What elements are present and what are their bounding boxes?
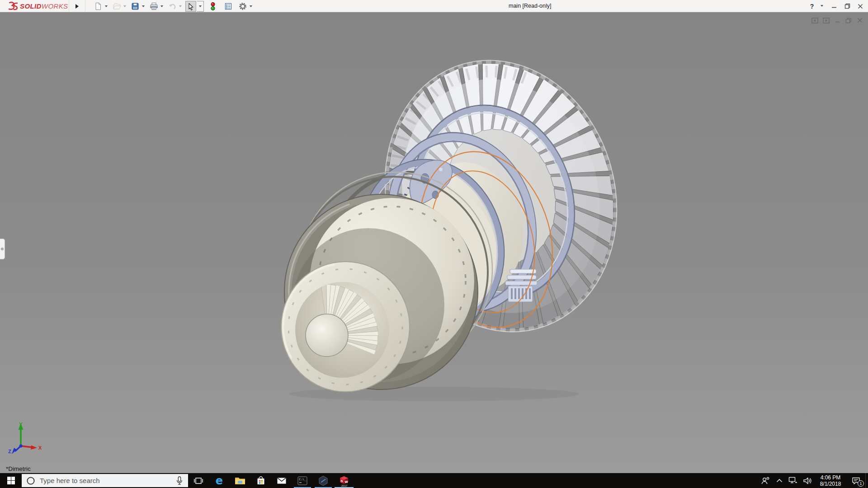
save-dropdown[interactable] <box>142 5 145 9</box>
open-dropdown[interactable] <box>123 5 126 9</box>
rebuild-traffic-light-icon <box>209 2 217 11</box>
minimize-button[interactable] <box>829 1 839 11</box>
task-view-icon <box>194 477 203 485</box>
chevron-up-icon <box>776 479 783 483</box>
main-toolbar <box>93 0 255 12</box>
options-button[interactable] <box>237 1 248 12</box>
windows-taskbar: Type here to search e <box>0 473 868 488</box>
notification-badge: 1 <box>858 480 864 487</box>
store-icon <box>256 476 266 486</box>
mail-icon <box>277 477 287 485</box>
separator <box>85 0 85 12</box>
gear-icon <box>238 2 247 11</box>
taskbar-solidworks-button[interactable]: S W 2017 <box>334 473 354 488</box>
doc-close-icon[interactable] <box>856 17 863 24</box>
windows-logo-icon <box>7 477 15 484</box>
open-icon <box>113 2 121 10</box>
file-properties-icon <box>224 2 232 10</box>
solidworks-logo: SOLIDWORKS <box>3 0 72 12</box>
minimize-icon <box>831 4 837 9</box>
solidworks-2017-icon: S W 2017 <box>338 475 350 487</box>
triad-z-label: Z <box>8 449 11 454</box>
taskbar-store-button[interactable] <box>250 473 271 488</box>
ds-logo-icon <box>6 1 18 11</box>
select-cursor-icon <box>187 2 195 10</box>
engine-model[interactable] <box>0 12 868 473</box>
search-placeholder: Type here to search <box>40 477 171 484</box>
svg-text:2017: 2017 <box>341 484 348 487</box>
undo-button[interactable] <box>167 1 178 12</box>
action-center-button[interactable]: 1 <box>846 473 865 488</box>
volume-button[interactable] <box>800 473 815 488</box>
command-prompt-icon: C:\_ <box>297 476 307 485</box>
plug-tip-dome <box>306 314 348 357</box>
close-button[interactable] <box>855 1 865 11</box>
people-button[interactable] <box>758 473 773 488</box>
help-button[interactable]: ? <box>807 1 817 11</box>
restore-icon <box>844 3 850 9</box>
select-dropdown[interactable] <box>197 1 204 12</box>
window-title: main [Read-only] <box>509 0 552 12</box>
open-button[interactable] <box>111 1 122 12</box>
taskbar-command-prompt-button[interactable]: C:\_ <box>292 473 313 488</box>
start-button[interactable] <box>0 473 22 488</box>
options-dropdown[interactable] <box>250 5 252 9</box>
graphics-area[interactable]: Y X Z *Dimetric <box>0 12 868 473</box>
print-button[interactable] <box>148 1 159 12</box>
select-tool-button[interactable] <box>185 1 196 12</box>
clock[interactable]: 4:06 PM 8/1/2018 <box>815 473 846 488</box>
exhaust-section[interactable] <box>281 172 492 392</box>
doc-minimize-icon[interactable] <box>834 17 841 24</box>
microphone-icon[interactable] <box>175 476 184 485</box>
task-view-button[interactable] <box>188 473 209 488</box>
print-dropdown[interactable] <box>160 5 163 9</box>
taskbar-edge-button[interactable]: e <box>209 473 230 488</box>
pane-left-icon[interactable] <box>811 17 818 24</box>
new-document-button[interactable] <box>93 1 104 12</box>
people-icon <box>761 477 770 485</box>
taskbar-search-input[interactable]: Type here to search <box>22 474 188 487</box>
show-desktop-button[interactable] <box>865 473 868 488</box>
volume-icon <box>803 477 812 485</box>
view-orientation-label: *Dimetric <box>6 465 31 472</box>
svg-text:S: S <box>341 479 343 483</box>
document-window-controls <box>811 17 863 24</box>
svg-text:W: W <box>345 480 349 484</box>
pane-right-icon[interactable] <box>822 17 830 24</box>
taskbar-file-explorer-button[interactable] <box>230 473 250 488</box>
network-icon <box>788 477 797 484</box>
brand-text: SOLIDWORKS <box>20 2 68 10</box>
menu-flyout-button[interactable] <box>72 1 81 11</box>
cortana-icon <box>26 476 35 485</box>
hidden-icons-button[interactable] <box>773 473 786 488</box>
triad-y-label: Y <box>19 422 23 427</box>
hexagon-app-icon <box>318 475 329 486</box>
close-icon <box>858 4 863 9</box>
restore-button[interactable] <box>842 1 852 11</box>
system-tray: 4:06 PM 8/1/2018 1 <box>758 473 868 488</box>
undo-icon <box>168 2 177 10</box>
featuremanager-collapsed-tab[interactable] <box>0 239 5 259</box>
print-icon <box>150 2 158 10</box>
new-dropdown[interactable] <box>105 5 108 9</box>
new-document-icon <box>94 2 102 10</box>
separator <box>69 0 69 12</box>
rebuild-button[interactable] <box>208 1 218 12</box>
svg-text:C:\_: C:\_ <box>299 478 307 481</box>
taskbar-mail-button[interactable] <box>271 473 292 488</box>
doc-restore-icon[interactable] <box>845 17 852 24</box>
network-button[interactable] <box>786 473 800 488</box>
save-icon <box>131 2 139 10</box>
titlebar: SOLIDWORKS <box>0 0 868 12</box>
edge-icon: e <box>216 475 223 486</box>
file-explorer-icon <box>235 476 245 485</box>
tray-date: 8/1/2018 <box>820 481 841 487</box>
help-dropdown[interactable] <box>821 5 823 8</box>
taskbar-hexagon-app-button[interactable] <box>313 473 334 488</box>
save-button[interactable] <box>130 1 141 12</box>
reference-triad: Y X Z <box>3 421 43 457</box>
triad-x-label: X <box>38 445 42 450</box>
file-properties-button[interactable] <box>223 1 234 12</box>
tray-time: 4:06 PM <box>821 474 841 481</box>
undo-dropdown[interactable] <box>179 5 182 9</box>
